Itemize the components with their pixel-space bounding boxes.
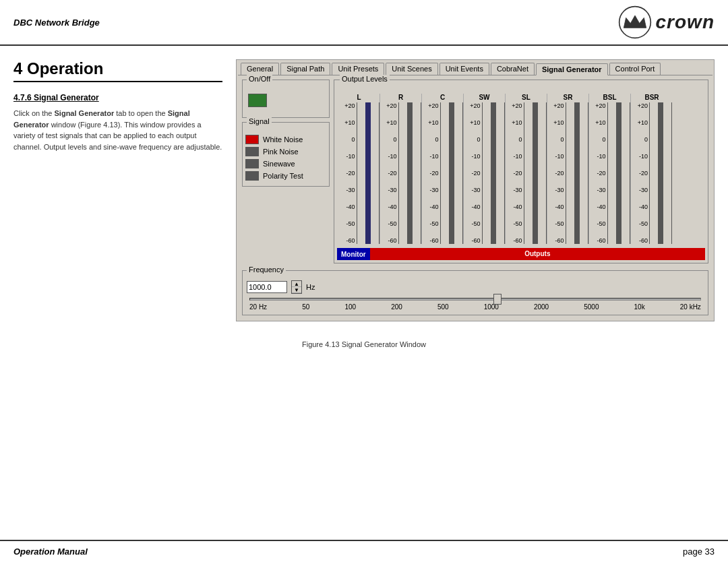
pink-noise-label: Pink Noise — [263, 148, 299, 156]
footer-left: Operation Manual — [13, 547, 88, 557]
polarity-label: Polarity Test — [263, 172, 303, 180]
channel-R-fader[interactable]: +20+100-10-20-30-40-50-60 — [381, 102, 421, 244]
channel-BSL-name: BSL — [603, 94, 617, 101]
tab-cobranet[interactable]: CobraNet — [491, 63, 535, 75]
channel-SR: SR +20+100-10-20-30-40-50-60 — [547, 94, 589, 244]
slider-labels: 20 Hz 50 100 200 500 1000 2000 5000 10k … — [249, 303, 701, 311]
channel-L-fader[interactable]: +20+100-10-20-30-40-50-60 — [339, 102, 380, 244]
channel-L: L +20+100-10-20-30-40-50-60 — [338, 94, 380, 244]
onoff-button[interactable] — [248, 94, 267, 107]
white-noise-label: White Noise — [263, 135, 303, 144]
sinewave-swatch — [245, 159, 259, 168]
crown-text: crown — [656, 11, 715, 33]
freq-down-button[interactable]: ▼ — [292, 287, 301, 293]
track-BSL — [607, 102, 630, 244]
channel-SR-fader[interactable]: +20+100-10-20-30-40-50-60 — [548, 102, 588, 244]
output-levels-label: Output Levels — [340, 75, 390, 83]
polarity-swatch — [245, 171, 259, 181]
track-SW — [482, 102, 505, 244]
channel-BSR-name: BSR — [644, 94, 659, 101]
track-C — [440, 102, 463, 244]
tab-unit-events[interactable]: Unit Events — [439, 63, 489, 75]
frequency-label: Frequency — [247, 266, 286, 274]
slider-label-20hz: 20 Hz — [249, 303, 267, 311]
scale-R: +20+100-10-20-30-40-50-60 — [381, 102, 398, 244]
sinewave-label: Sinewave — [263, 160, 295, 168]
slider-label-2000: 2000 — [534, 303, 549, 311]
track-SL — [524, 102, 547, 244]
crown-icon — [618, 5, 652, 39]
tab-signal-generator[interactable]: Signal Generator — [536, 63, 608, 75]
output-levels-section: Output Levels L +20+100-10-20-30-40-50-6… — [334, 80, 708, 263]
monitor-button[interactable]: Monitor — [337, 248, 370, 260]
slider-label-200: 200 — [391, 303, 402, 311]
slider-label-100: 100 — [344, 303, 356, 311]
channel-L-name: L — [357, 94, 361, 101]
track-SR — [566, 102, 588, 244]
frequency-section: Frequency ▲ ▼ Hz 20 Hz 50 100 200 50 — [242, 270, 708, 315]
tab-general[interactable]: General — [241, 63, 279, 75]
signal-sinewave[interactable]: Sinewave — [245, 159, 326, 168]
scale-BSR: +20+100-10-20-30-40-50-60 — [632, 102, 649, 244]
header: DBC Network Bridge crown — [0, 0, 728, 46]
tab-unit-scenes[interactable]: Unit Scenes — [386, 63, 437, 75]
onoff-group: On/Off — [242, 80, 330, 118]
scale-L: +20+100-10-20-30-40-50-60 — [339, 102, 357, 244]
tab-unit-presets[interactable]: Unit Presets — [332, 63, 384, 75]
channel-SR-name: SR — [564, 94, 573, 101]
body-text: Click on the Signal Generator tab to ope… — [13, 108, 222, 152]
channel-SW: SW +20+100-10-20-30-40-50-60 — [464, 94, 506, 244]
channel-SL: SL +20+100-10-20-30-40-50-60 — [506, 94, 547, 244]
figure-caption: Figure 4.13 Signal Generator Window — [0, 340, 728, 348]
scale-SL: +20+100-10-20-30-40-50-60 — [506, 102, 524, 244]
channel-BSR-fader[interactable]: +20+100-10-20-30-40-50-60 — [632, 102, 672, 244]
channel-C-name: C — [440, 94, 445, 101]
scale-C: +20+100-10-20-30-40-50-60 — [423, 102, 440, 244]
left-column: 4 Operation 4.7.6 Signal Generator Click… — [13, 59, 222, 321]
tabs-row: General Signal Path Unit Presets Unit Sc… — [238, 61, 712, 75]
crown-logo: crown — [618, 5, 715, 39]
channel-R-name: R — [398, 94, 403, 101]
slider-label-20khz: 20 kHz — [680, 303, 701, 311]
signal-polarity[interactable]: Polarity Test — [245, 171, 326, 181]
channel-SW-fader[interactable]: +20+100-10-20-30-40-50-60 — [464, 102, 505, 244]
pink-noise-swatch — [245, 147, 259, 156]
channel-BSL-fader[interactable]: +20+100-10-20-30-40-50-60 — [590, 102, 630, 244]
freq-unit: Hz — [306, 283, 315, 291]
channel-R: R +20+100-10-20-30-40-50-60 — [380, 94, 422, 244]
outputs-bar: Outputs — [370, 248, 705, 260]
dialog-panel: General Signal Path Unit Presets Unit Sc… — [236, 59, 715, 321]
scale-BSL: +20+100-10-20-30-40-50-60 — [590, 102, 607, 244]
channel-BSL: BSL +20+100-10-20-30-40-50-60 — [589, 94, 631, 244]
freq-spinner[interactable]: ▲ ▼ — [291, 280, 302, 294]
channels-area: L +20+100-10-20-30-40-50-60 — [337, 92, 705, 245]
tab-signal-path[interactable]: Signal Path — [280, 63, 330, 75]
slider-label-10k: 10k — [634, 303, 645, 311]
onoff-label: On/Off — [247, 75, 272, 83]
channel-SL-fader[interactable]: +20+100-10-20-30-40-50-60 — [506, 102, 547, 244]
channel-C-fader[interactable]: +20+100-10-20-30-40-50-60 — [423, 102, 463, 244]
channel-SL-name: SL — [522, 94, 530, 101]
track-R — [398, 102, 421, 244]
signal-group: Signal White Noise Pink Noise Sinewave — [242, 122, 330, 187]
track-BSR — [649, 102, 672, 244]
slider-label-5000: 5000 — [584, 303, 599, 311]
white-noise-swatch — [245, 135, 259, 144]
left-controls: On/Off Signal White Noise Pink Noise — [242, 80, 330, 263]
bottom-bar: Monitor Outputs — [337, 248, 705, 260]
footer: Operation Manual page 33 — [0, 540, 728, 562]
signal-white-noise[interactable]: White Noise — [245, 135, 326, 144]
slider-track[interactable] — [249, 298, 701, 301]
main-content: 4 Operation 4.7.6 Signal Generator Click… — [0, 46, 728, 335]
slider-label-500: 500 — [437, 303, 449, 311]
slider-label-50: 50 — [302, 303, 309, 311]
channel-SW-name: SW — [479, 94, 489, 101]
channel-BSR: BSR +20+100-10-20-30-40-50-60 — [631, 94, 673, 244]
page-heading: 4 Operation — [13, 59, 222, 82]
slider-thumb[interactable] — [493, 294, 502, 305]
tab-control-port[interactable]: Control Port — [609, 63, 661, 75]
scale-SR: +20+100-10-20-30-40-50-60 — [548, 102, 566, 244]
signal-pink-noise[interactable]: Pink Noise — [245, 147, 326, 156]
track-L — [357, 102, 380, 244]
freq-input[interactable] — [247, 281, 287, 293]
